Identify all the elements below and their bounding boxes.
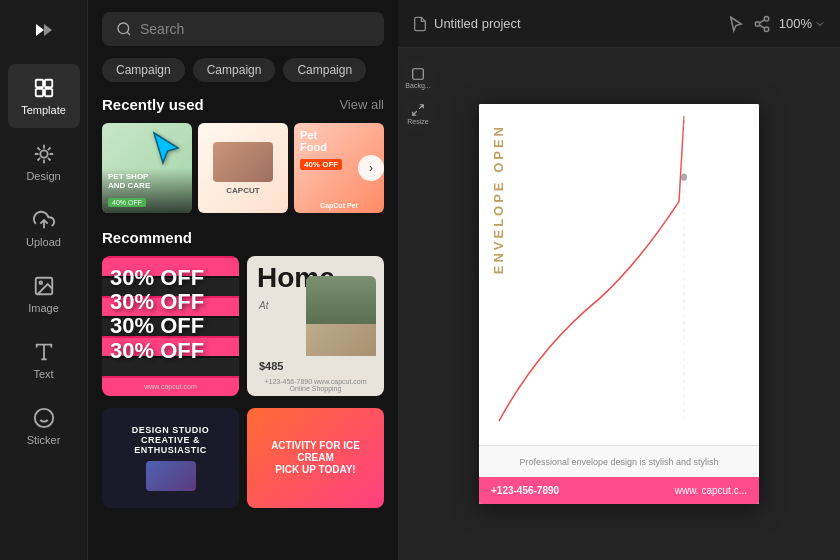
envelope-vertical-text: ENVELOPE OPEN bbox=[491, 124, 506, 274]
design-studio-text: DESIGN STUDIOCREATIVE & ENTHUSIASTIC bbox=[110, 425, 231, 455]
recently-used-title: Recently used bbox=[102, 96, 204, 113]
svg-rect-2 bbox=[44, 80, 51, 87]
search-icon bbox=[116, 21, 132, 37]
recommend-title: Recommend bbox=[102, 229, 192, 246]
home-subtitle: At bbox=[259, 300, 268, 311]
svg-point-17 bbox=[755, 21, 760, 26]
envelope-curve-svg bbox=[479, 104, 759, 445]
background-label: Backg... bbox=[405, 82, 430, 89]
bottom-item-ice-cream[interactable]: ACTIVITY FOR ICE CREAMPICK UP TODAY! bbox=[247, 408, 384, 508]
image-icon bbox=[32, 274, 56, 298]
project-name-container: Untitled project bbox=[412, 16, 719, 32]
sale-text: 30% OFF30% OFF30% OFF30% OFF bbox=[110, 266, 204, 363]
svg-line-20 bbox=[759, 19, 764, 22]
svg-rect-21 bbox=[413, 69, 424, 80]
document-icon bbox=[412, 16, 428, 32]
svg-line-19 bbox=[759, 25, 764, 28]
project-name: Untitled project bbox=[434, 16, 521, 31]
sidebar-item-image[interactable]: Image bbox=[8, 262, 80, 326]
envelope-description: Professional envelope design is stylish … bbox=[493, 456, 745, 469]
header-actions: 100% bbox=[727, 15, 826, 33]
sidebar-item-template[interactable]: Template bbox=[8, 64, 80, 128]
svg-point-16 bbox=[764, 16, 769, 21]
svg-line-15 bbox=[127, 32, 130, 35]
search-bar[interactable] bbox=[102, 12, 384, 46]
envelope-phone: +123-456-7890 bbox=[491, 485, 559, 496]
sidebar-item-label: Upload bbox=[26, 236, 61, 248]
envelope-top-area: ENVELOPE OPEN bbox=[479, 104, 759, 445]
cursor-icon[interactable] bbox=[727, 15, 745, 33]
app-logo bbox=[24, 10, 64, 50]
recommend-item-home[interactable]: Home. At $485 +123-456-7890 www.capcut.c… bbox=[247, 256, 384, 396]
canvas-header: Untitled project 100% bbox=[398, 0, 840, 48]
template-icon bbox=[32, 76, 56, 100]
filter-chip-campaign-2[interactable]: Campaign bbox=[193, 58, 276, 82]
envelope-bottom-area: Professional envelope design is stylish … bbox=[479, 445, 759, 477]
recommend-header: Recommend bbox=[102, 229, 384, 246]
sidebar-item-text[interactable]: Text bbox=[8, 328, 80, 392]
ice-cream-text: ACTIVITY FOR ICE CREAMPICK UP TODAY! bbox=[247, 434, 384, 482]
text-icon bbox=[32, 340, 56, 364]
home-price: $485 bbox=[259, 360, 283, 372]
sidebar-item-label: Sticker bbox=[27, 434, 61, 446]
svg-rect-3 bbox=[35, 89, 42, 96]
recently-used-grid: PET SHOPAND CARE 40% OFF CAPCUT PetFood … bbox=[102, 123, 384, 213]
recently-used-view-all[interactable]: View all bbox=[339, 97, 384, 112]
share-icon[interactable] bbox=[753, 15, 771, 33]
sidebar-item-design[interactable]: Design bbox=[8, 130, 80, 194]
sidebar-item-sticker[interactable]: Sticker bbox=[8, 394, 80, 458]
resize-label: Resize bbox=[407, 118, 428, 125]
sidebar-item-upload[interactable]: Upload bbox=[8, 196, 80, 260]
envelope-footer: +123-456-7890 www. capcut.c... bbox=[479, 477, 759, 504]
sidebar: Template Design Upload bbox=[0, 0, 88, 560]
sidebar-item-label: Design bbox=[26, 170, 60, 182]
panel-scroll: Recently used View all PET SHOPAND CARE … bbox=[88, 92, 398, 560]
template-panel: Campaign Campaign Campaign Recently used… bbox=[88, 0, 398, 560]
canvas-main: ENVELOPE OPEN Professional envelope desi… bbox=[398, 48, 840, 560]
search-bar-container bbox=[88, 0, 398, 54]
search-input[interactable] bbox=[140, 21, 370, 37]
zoom-level[interactable]: 100% bbox=[779, 16, 826, 31]
sidebar-item-label: Image bbox=[28, 302, 59, 314]
recommend-grid: 30% OFF30% OFF30% OFF30% OFF www.capcut.… bbox=[102, 256, 384, 396]
svg-point-11 bbox=[34, 409, 52, 427]
envelope-website: www. capcut.c... bbox=[675, 485, 747, 496]
filter-chips: Campaign Campaign Campaign bbox=[88, 54, 398, 92]
upload-icon bbox=[32, 208, 56, 232]
recently-used-header: Recently used View all bbox=[102, 96, 384, 113]
canvas-area: Untitled project 100% bbox=[398, 0, 840, 560]
canvas-side-tools: Backg... Resize bbox=[402, 62, 434, 130]
background-icon bbox=[411, 67, 425, 81]
chevron-down-icon bbox=[814, 18, 826, 30]
svg-point-14 bbox=[118, 23, 129, 34]
recommend-item-sale[interactable]: 30% OFF30% OFF30% OFF30% OFF www.capcut.… bbox=[102, 256, 239, 396]
background-tool[interactable]: Backg... bbox=[402, 62, 434, 94]
filter-chip-campaign-1[interactable]: Campaign bbox=[102, 58, 185, 82]
svg-point-24 bbox=[681, 174, 687, 181]
svg-point-8 bbox=[39, 281, 42, 284]
resize-tool[interactable]: Resize bbox=[402, 98, 434, 130]
resize-icon bbox=[411, 103, 425, 117]
sidebar-item-label: Text bbox=[33, 368, 53, 380]
recently-used-item-pet-shop[interactable]: PET SHOPAND CARE 40% OFF bbox=[102, 123, 192, 213]
design-icon bbox=[32, 142, 56, 166]
bottom-grid: DESIGN STUDIOCREATIVE & ENTHUSIASTIC ACT… bbox=[102, 408, 384, 508]
svg-rect-1 bbox=[35, 80, 42, 87]
recently-used-item-capcut[interactable]: CAPCUT bbox=[198, 123, 288, 213]
svg-rect-4 bbox=[44, 89, 51, 96]
sidebar-item-label: Template bbox=[21, 104, 66, 116]
recently-used-next-button[interactable]: › bbox=[358, 155, 384, 181]
canvas-document[interactable]: ENVELOPE OPEN Professional envelope desi… bbox=[479, 104, 759, 504]
svg-point-18 bbox=[764, 27, 769, 32]
svg-point-5 bbox=[40, 150, 47, 157]
filter-chip-campaign-3[interactable]: Campaign bbox=[283, 58, 366, 82]
sticker-icon bbox=[32, 406, 56, 430]
bottom-item-design-studio[interactable]: DESIGN STUDIOCREATIVE & ENTHUSIASTIC bbox=[102, 408, 239, 508]
